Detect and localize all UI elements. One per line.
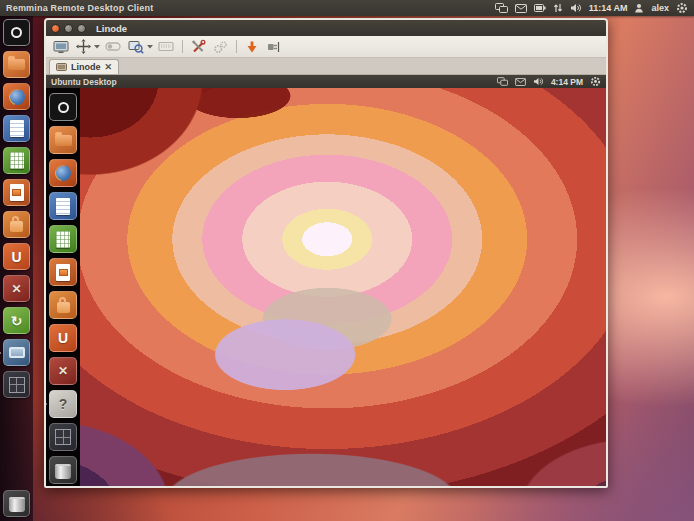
window-titlebar[interactable]: Linode [46, 20, 606, 36]
user-icon [634, 3, 644, 13]
firefox-icon [55, 165, 71, 181]
remote-panel-title: Ubuntu Desktop [51, 77, 117, 87]
disconnect-plug-button[interactable] [264, 40, 283, 54]
remote-desktop-indicator-icon[interactable] [495, 3, 508, 13]
remote-launcher-item-workspace-switcher[interactable] [49, 423, 77, 451]
calc-spreadsheet-icon [56, 231, 70, 248]
remote-wallpaper[interactable] [80, 88, 606, 486]
remote-launcher-item-help[interactable]: ? [49, 390, 77, 418]
remote-launcher-item-firefox[interactable] [49, 159, 77, 187]
tab-linode[interactable]: Linode ✕ [49, 59, 119, 74]
launcher-item-software-center[interactable] [3, 211, 30, 238]
trash-can-icon [9, 497, 25, 512]
tools-button[interactable] [189, 38, 208, 55]
username[interactable]: alex [651, 3, 669, 13]
messaging-menu-icon[interactable] [515, 4, 527, 13]
session-gear-icon[interactable] [676, 2, 688, 14]
ubuntu-logo-icon [11, 27, 22, 38]
remote-launcher-item-dash-home[interactable] [49, 93, 77, 121]
remote-launcher-item-software-center[interactable] [49, 291, 77, 319]
tab-monitor-icon [56, 63, 67, 72]
remote-launcher-item-libreoffice-writer[interactable] [49, 192, 77, 220]
fit-window-button[interactable] [74, 38, 93, 55]
focused-indicator [46, 400, 47, 408]
active-app-title: Remmina Remote Desktop Client [6, 3, 153, 13]
gears-button[interactable] [211, 39, 230, 55]
remote-unity-launcher: U ✕ ? [46, 88, 80, 486]
volume-indicator-icon[interactable] [570, 3, 582, 13]
launcher-item-workspace-switcher[interactable] [3, 371, 30, 398]
messaging-menu-icon[interactable] [515, 78, 526, 86]
question-mark-icon: ? [59, 397, 68, 411]
tab-bar: Linode ✕ [46, 58, 606, 75]
remote-top-panel: Ubuntu Desktop 4:14 PM [46, 75, 606, 88]
close-button[interactable] [51, 24, 60, 33]
grab-keyboard-button[interactable] [156, 40, 176, 53]
remote-indicator-area: 4:14 PM [497, 76, 601, 87]
host-indicator-area: 11:14 AM alex [495, 2, 688, 14]
tab-close-icon[interactable]: ✕ [105, 62, 113, 72]
ubuntu-logo-icon [58, 102, 69, 113]
down-arrow-button[interactable] [243, 39, 261, 55]
battery-indicator-icon[interactable] [534, 4, 546, 12]
switch-mode-button[interactable] [103, 39, 123, 54]
launcher-item-home-folder[interactable] [3, 51, 30, 78]
update-arrows-icon: ↻ [11, 314, 23, 328]
scaled-mode-button[interactable] [126, 38, 146, 55]
remote-launcher-item-trash[interactable] [49, 456, 77, 484]
launcher-item-ubuntu-one[interactable]: U [3, 243, 30, 270]
remmina-monitor-icon [9, 347, 25, 358]
fit-window-caret[interactable] [94, 45, 100, 49]
host-clock[interactable]: 11:14 AM [589, 3, 628, 13]
toolbar-separator [236, 40, 237, 53]
writer-document-icon [10, 120, 24, 137]
remote-desktop-indicator-icon[interactable] [497, 77, 508, 86]
remote-launcher-item-libreoffice-impress[interactable] [49, 258, 77, 286]
network-transfer-icon[interactable] [553, 3, 563, 13]
ubuntu-desktop: Remmina Remote Desktop Client 11:14 AM a… [0, 0, 694, 521]
tools-cross-icon: ✕ [58, 365, 68, 377]
writer-document-icon [56, 198, 70, 215]
impress-presentation-icon [56, 264, 70, 281]
launcher-item-firefox[interactable] [3, 83, 30, 110]
launcher-item-libreoffice-impress[interactable] [3, 179, 30, 206]
volume-indicator-icon[interactable] [533, 77, 544, 86]
calc-spreadsheet-icon [10, 152, 24, 169]
launcher-item-dash-home[interactable] [3, 19, 30, 46]
remote-launcher-item-home-folder[interactable] [49, 126, 77, 154]
workspace-grid-icon [55, 429, 71, 445]
workspace-grid-icon [9, 377, 25, 393]
tab-label: Linode [71, 62, 101, 72]
launcher-item-remmina[interactable] [3, 339, 30, 366]
shopping-bag-icon [10, 221, 23, 232]
fullscreen-button[interactable] [51, 39, 71, 55]
remote-clock[interactable]: 4:14 PM [551, 77, 583, 87]
maximize-button[interactable] [77, 24, 86, 33]
launcher-item-system-settings[interactable]: ✕ [3, 275, 30, 302]
unity-launcher: U ✕ ↻ [0, 16, 33, 521]
minimize-button[interactable] [64, 24, 73, 33]
launcher-item-libreoffice-calc[interactable] [3, 147, 30, 174]
toolbar-separator [182, 40, 183, 53]
trash-can-icon [55, 464, 71, 479]
launcher-item-libreoffice-writer[interactable] [3, 115, 30, 142]
ubuntu-one-icon: U [11, 250, 21, 264]
launcher-item-trash[interactable] [3, 490, 30, 517]
scaled-mode-caret[interactable] [147, 45, 153, 49]
ubuntu-one-icon: U [58, 331, 68, 345]
running-indicator [0, 349, 1, 357]
impress-presentation-icon [10, 184, 24, 201]
host-top-panel: Remmina Remote Desktop Client 11:14 AM a… [0, 0, 694, 16]
remote-launcher-item-system-settings[interactable]: ✕ [49, 357, 77, 385]
remote-session-view[interactable]: Ubuntu Desktop 4:14 PM [46, 75, 606, 486]
window-title: Linode [96, 23, 127, 34]
shopping-bag-icon [57, 302, 70, 313]
session-gear-icon[interactable] [590, 76, 601, 87]
remmina-window: Linode [44, 18, 608, 488]
remote-launcher-item-libreoffice-calc[interactable] [49, 225, 77, 253]
remmina-toolbar [46, 36, 606, 58]
folder-icon [8, 59, 25, 70]
remote-launcher-item-ubuntu-one[interactable]: U [49, 324, 77, 352]
tools-cross-icon: ✕ [11, 283, 21, 295]
launcher-item-update-manager[interactable]: ↻ [3, 307, 30, 334]
